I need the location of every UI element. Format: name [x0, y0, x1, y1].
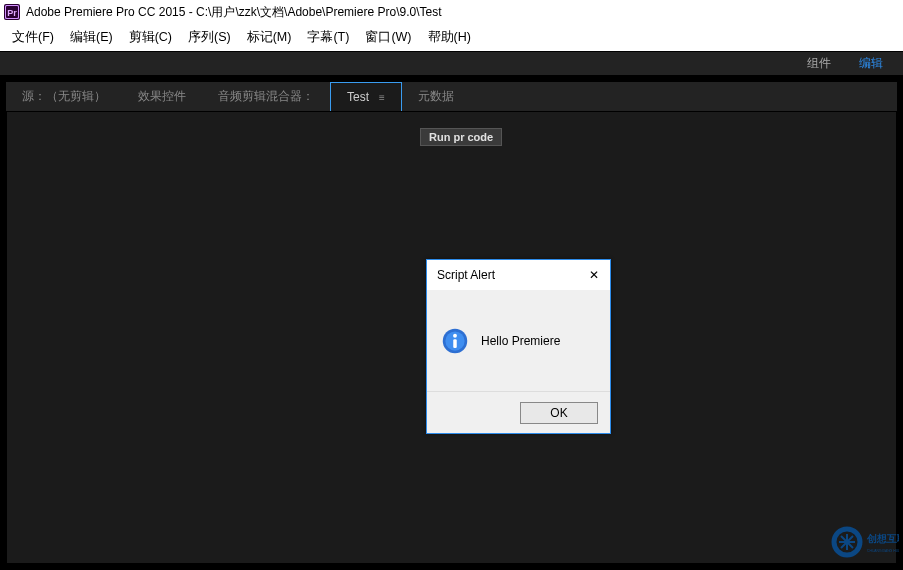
tab-mixer-label: 音频剪辑混合器：	[218, 88, 314, 105]
run-pr-code-button[interactable]: Run pr code	[420, 128, 502, 146]
menu-help[interactable]: 帮助(H)	[428, 29, 471, 46]
workspace-bar: 组件 编辑	[0, 52, 903, 76]
tab-source[interactable]: 源：（无剪辑）	[6, 82, 122, 111]
tab-test-label: Test	[347, 90, 369, 104]
tab-source-label: 源：（无剪辑）	[22, 88, 106, 105]
menu-file[interactable]: 文件(F)	[12, 29, 54, 46]
tab-metadata[interactable]: 元数据	[402, 82, 470, 111]
watermark-logo: 创想互联 CHUANGXIANG HULIAN	[831, 518, 899, 566]
close-icon[interactable]: ✕	[586, 267, 602, 283]
tab-test[interactable]: Test ≡	[330, 82, 402, 111]
dialog-title-text: Script Alert	[437, 268, 495, 282]
menu-clip[interactable]: 剪辑(C)	[129, 29, 172, 46]
window-title-bar: Pr Adobe Premiere Pro CC 2015 - C:\用户\zz…	[0, 0, 903, 24]
watermark-text-small: CHUANGXIANG HULIAN	[867, 549, 899, 553]
menu-bar: 文件(F) 编辑(E) 剪辑(C) 序列(S) 标记(M) 字幕(T) 窗口(W…	[0, 24, 903, 52]
dialog-footer: OK	[427, 391, 610, 433]
watermark-text-big: 创想互联	[866, 533, 899, 544]
menu-sequence[interactable]: 序列(S)	[188, 29, 231, 46]
tab-effects[interactable]: 效果控件	[122, 82, 202, 111]
dialog-message: Hello Premiere	[481, 334, 560, 348]
tab-effects-label: 效果控件	[138, 88, 186, 105]
tab-mixer[interactable]: 音频剪辑混合器：	[202, 82, 330, 111]
tab-metadata-label: 元数据	[418, 88, 454, 105]
script-alert-dialog: Script Alert ✕ Hello Premiere OK	[426, 259, 611, 434]
premiere-app-icon: Pr	[4, 4, 20, 20]
menu-window[interactable]: 窗口(W)	[365, 29, 411, 46]
window-title: Adobe Premiere Pro CC 2015 - C:\用户\zzk\文…	[26, 4, 442, 21]
menu-edit[interactable]: 编辑(E)	[70, 29, 113, 46]
workspace-components[interactable]: 组件	[807, 55, 831, 72]
app-window: Pr Adobe Premiere Pro CC 2015 - C:\用户\zz…	[0, 0, 903, 570]
dialog-title-bar[interactable]: Script Alert ✕	[427, 260, 610, 290]
dialog-body: Hello Premiere	[427, 290, 610, 391]
workspace-edit[interactable]: 编辑	[859, 55, 883, 72]
menu-title[interactable]: 字幕(T)	[307, 29, 349, 46]
ok-button[interactable]: OK	[520, 402, 598, 424]
svg-point-6	[453, 333, 457, 337]
panel-menu-icon[interactable]: ≡	[379, 92, 385, 103]
menu-marker[interactable]: 标记(M)	[247, 29, 292, 46]
panel-tab-strip: 源：（无剪辑） 效果控件 音频剪辑混合器： Test ≡ 元数据	[6, 82, 897, 112]
svg-text:Pr: Pr	[7, 8, 17, 18]
svg-rect-7	[453, 339, 457, 348]
info-icon	[441, 327, 469, 355]
